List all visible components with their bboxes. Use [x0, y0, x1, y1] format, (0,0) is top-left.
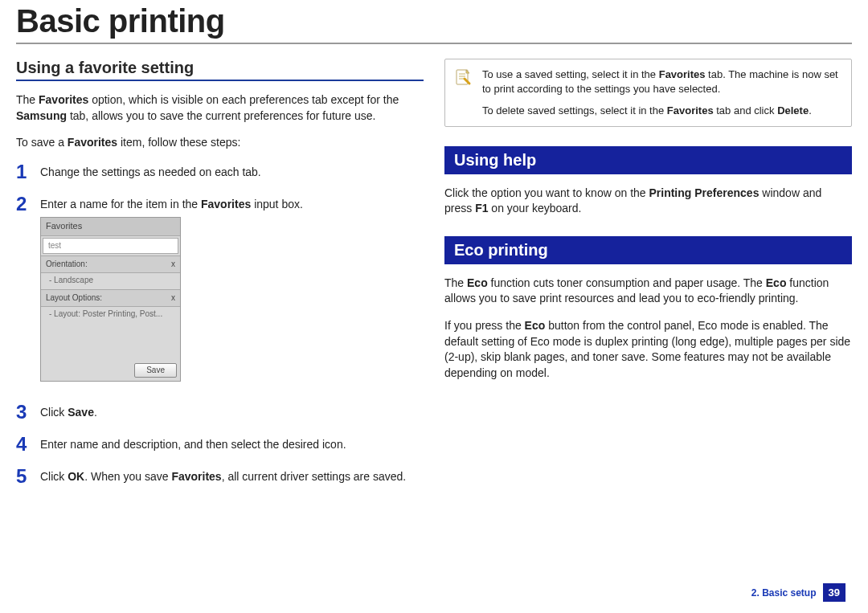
columns: Using a favorite setting The Favorites o…: [16, 59, 852, 499]
step-number: 2: [16, 194, 40, 214]
save-button[interactable]: Save: [134, 363, 177, 378]
step-4: 4 Enter name and description, and then s…: [16, 435, 424, 454]
layout-value: - Layout: Poster Printing, Post...: [41, 307, 180, 323]
left-column: Using a favorite setting The Favorites o…: [16, 59, 424, 499]
layout-label: Layout Options:: [46, 292, 102, 304]
help-body: Click the option you want to know on the…: [444, 186, 852, 217]
close-icon[interactable]: x: [171, 292, 175, 304]
note-icon: [453, 67, 473, 87]
help-heading: Using help: [444, 146, 852, 174]
footer-chapter: 2. Basic setup: [751, 587, 817, 599]
favorites-name-input[interactable]: test: [43, 238, 178, 254]
note-box: To use a saved setting, select it in the…: [444, 59, 852, 127]
favorites-header: Favorites: [41, 218, 180, 235]
left-save-intro: To save a Favorites item, follow these s…: [16, 135, 424, 151]
steps-list: 1 Change the settings as needed on each …: [16, 162, 424, 486]
footer: 2. Basic setup 39: [751, 583, 845, 602]
left-intro: The Favorites option, which is visible o…: [16, 92, 424, 124]
orientation-row[interactable]: Orientation: x: [41, 255, 180, 273]
step-body: Click OK. When you save Favorites, all c…: [40, 467, 424, 485]
eco-body-2: If you press the Eco button from the con…: [444, 318, 852, 381]
note-text-1: To use a saved setting, select it in the…: [482, 67, 841, 96]
layout-row[interactable]: Layout Options: x: [41, 289, 180, 307]
step-number: 3: [16, 403, 40, 422]
close-icon[interactable]: x: [171, 259, 175, 270]
orientation-label: Orientation:: [46, 259, 88, 270]
step-body: Enter name and description, and then sel…: [40, 435, 424, 453]
favorites-button-row: Save: [41, 360, 180, 381]
eco-heading: Eco printing: [444, 236, 852, 264]
left-heading: Using a favorite setting: [16, 59, 424, 81]
step-body: Enter a name for the item in the Favorit…: [40, 194, 424, 390]
eco-body-1: The Eco function cuts toner consumption …: [444, 276, 852, 307]
page-title: Basic printing: [16, 0, 852, 44]
right-column: To use a saved setting, select it in the…: [444, 59, 852, 499]
step-5: 5 Click OK. When you save Favorites, all…: [16, 467, 424, 486]
step-body: Change the settings as needed on each ta…: [40, 162, 424, 181]
favorites-panel: Favorites test Orientation: x - Landscap…: [40, 217, 181, 381]
step-1: 1 Change the settings as needed on each …: [16, 162, 424, 182]
step-3: 3 Click Save.: [16, 403, 424, 422]
step-2: 2 Enter a name for the item in the Favor…: [16, 194, 424, 390]
note-text-2: To delete saved settings, select it in t…: [482, 104, 841, 118]
step-number: 4: [16, 435, 40, 454]
footer-page-number: 39: [823, 583, 845, 602]
step-number: 5: [16, 467, 40, 486]
orientation-value: - Landscape: [41, 273, 180, 289]
step-number: 1: [16, 162, 40, 182]
step-body: Click Save.: [40, 403, 424, 421]
